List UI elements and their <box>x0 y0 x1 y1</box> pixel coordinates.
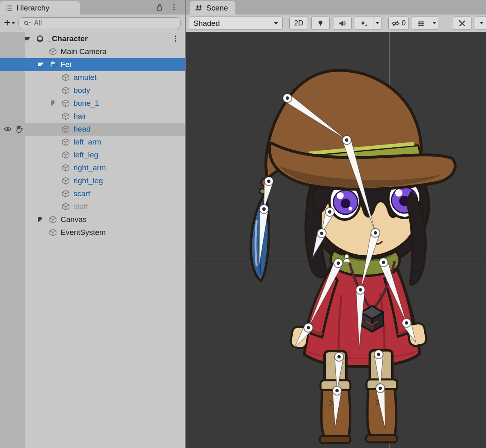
cube-icon <box>61 112 70 121</box>
hidden-objects-button[interactable]: 0 <box>388 17 408 30</box>
toolbar-divider <box>286 18 286 29</box>
shading-mode-dropdown[interactable]: Shaded <box>189 17 283 30</box>
panel-menu-icon[interactable] <box>170 3 178 12</box>
cube-icon <box>48 215 57 224</box>
hierarchy-row-canvas[interactable]: Canvas <box>0 213 185 226</box>
tools-button[interactable] <box>453 17 471 30</box>
bone-joint-center <box>262 207 266 211</box>
bone[interactable] <box>286 96 347 140</box>
hierarchy-row-body[interactable]: body <box>0 84 185 97</box>
expand-arrow-icon[interactable] <box>51 100 54 106</box>
row-label: scarf <box>73 187 90 200</box>
chevron-down-icon <box>480 22 483 24</box>
row-label: left_leg <box>73 149 98 161</box>
cube-icon <box>61 99 70 108</box>
row-label: amulet <box>73 71 96 84</box>
cube-icon <box>61 138 70 147</box>
bone-joint-center <box>377 353 380 356</box>
hierarchy-row-fei[interactable]: Fei <box>0 58 185 71</box>
grid-icon <box>417 19 425 28</box>
cube-icon <box>61 86 70 95</box>
unity-editor: Hierarchy + <box>0 0 486 448</box>
audio-toggle-button[interactable] <box>333 17 352 30</box>
expand-arrow-icon[interactable] <box>25 37 31 40</box>
grid-visibility-button[interactable] <box>412 17 430 30</box>
cube-icon <box>61 163 70 172</box>
bone-joint-center <box>337 262 340 265</box>
row-label: left_arm <box>73 136 101 149</box>
effects-toggle-button[interactable] <box>355 17 373 30</box>
hierarchy-row-amulet[interactable]: amulet <box>0 71 185 84</box>
tab-scene[interactable]: Scene <box>190 1 235 15</box>
hierarchy-row-bone_1[interactable]: bone_1 <box>0 97 185 110</box>
scene-toolbar: Shaded 2D <box>186 15 486 32</box>
eye-slash-icon <box>391 19 400 28</box>
shading-mode-label: Shaded <box>193 19 220 28</box>
hierarchy-row-right_arm[interactable]: right_arm <box>0 161 185 174</box>
cube-icon <box>61 125 70 134</box>
search-input[interactable]: All <box>18 17 181 29</box>
effects-sparkle-icon <box>360 19 369 28</box>
bone-joint-center <box>345 138 348 142</box>
bone[interactable] <box>343 140 375 233</box>
hierarchy-row-left_arm[interactable]: left_arm <box>0 136 185 149</box>
bone[interactable] <box>376 389 385 429</box>
prefab-icon <box>48 60 57 69</box>
tab-hierarchy[interactable]: Hierarchy <box>0 1 80 15</box>
scene-grid-icon <box>195 4 203 12</box>
hierarchy-row-scarf[interactable]: scarf <box>0 187 185 200</box>
hierarchy-row-hair[interactable]: hair <box>0 110 185 123</box>
hierarchy-row-_character[interactable]: _Character <box>0 32 185 45</box>
plus-icon: + <box>4 17 10 28</box>
tab-hierarchy-label: Hierarchy <box>17 4 49 13</box>
hierarchy-tabbar: Hierarchy <box>0 0 185 15</box>
bone[interactable] <box>375 356 383 388</box>
hierarchy-row-staff[interactable]: staff <box>0 200 185 213</box>
row-label: Canvas <box>61 213 86 226</box>
lock-icon[interactable] <box>155 3 164 12</box>
bone-joint-center <box>335 389 339 392</box>
row-label: _Character <box>48 32 88 45</box>
scene-viewport[interactable] <box>186 32 486 448</box>
hierarchy-row-right_leg[interactable]: right_leg <box>0 174 185 187</box>
scene-tabbar: Scene <box>186 0 486 15</box>
search-icon <box>23 19 31 27</box>
expand-arrow-icon[interactable] <box>38 217 42 222</box>
bone[interactable] <box>360 233 379 290</box>
hierarchy-row-head[interactable]: head <box>0 123 185 136</box>
row-label: EventSystem <box>61 226 106 239</box>
hierarchy-row-main-camera[interactable]: Main Camera <box>0 45 185 58</box>
hierarchy-row-eventsystem[interactable]: EventSystem <box>0 226 185 239</box>
item-menu-icon[interactable] <box>171 34 180 43</box>
row-label: Fei <box>61 58 71 71</box>
expand-arrow-icon[interactable] <box>38 63 44 66</box>
row-label: body <box>73 84 90 97</box>
bone[interactable] <box>333 392 341 429</box>
bone[interactable] <box>335 358 343 391</box>
bone-joint-center <box>267 180 270 183</box>
effects-dropdown-button[interactable] <box>373 17 381 30</box>
scene-panel: Scene Shaded 2D <box>185 0 486 448</box>
hidden-count-label: 0 <box>402 19 406 27</box>
eye-icon[interactable] <box>3 125 12 134</box>
bone-joint-center <box>320 232 323 235</box>
bone[interactable] <box>356 291 364 348</box>
overflow-button[interactable] <box>475 17 486 30</box>
cube-icon <box>61 176 70 185</box>
bones-layer <box>186 32 486 448</box>
bone[interactable] <box>259 210 268 266</box>
lighting-toggle-button[interactable] <box>311 17 330 30</box>
bone[interactable] <box>308 263 341 328</box>
2d-toggle-button[interactable]: 2D <box>289 17 308 30</box>
row-label: right_leg <box>73 174 103 187</box>
hierarchy-toolbar: + All <box>0 15 185 32</box>
grid-dropdown-button[interactable] <box>430 17 438 30</box>
hierarchy-row-left_leg[interactable]: left_leg <box>0 149 185 161</box>
chevron-down-icon <box>274 22 278 25</box>
row-label: head <box>73 123 90 136</box>
bone-joint-center <box>405 321 408 324</box>
unity-scene-icon <box>36 34 44 43</box>
hand-icon[interactable] <box>15 125 23 134</box>
bone[interactable] <box>380 262 406 323</box>
add-object-button[interactable]: + <box>4 19 15 28</box>
